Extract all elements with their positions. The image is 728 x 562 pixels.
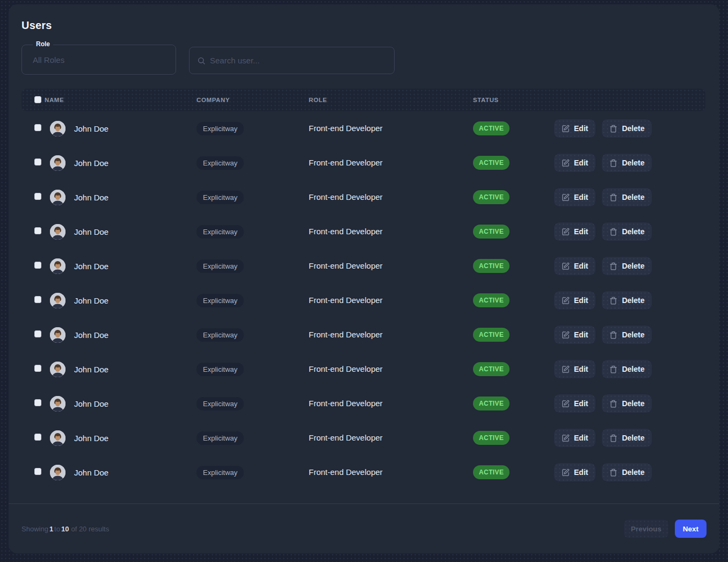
column-header-company: COMPANY	[196, 97, 309, 103]
user-role: Front-end Developer	[309, 467, 383, 477]
delete-button[interactable]: Delete	[602, 188, 652, 206]
status-badge: ACTIVE	[473, 121, 509, 135]
user-name: John Doe	[74, 434, 108, 443]
company-badge: Explicitway	[196, 260, 244, 273]
table-row: John Doe Explicitway Front-end Developer…	[21, 283, 705, 318]
edit-pencil-square-icon	[562, 262, 570, 270]
delete-button[interactable]: Delete	[602, 257, 652, 275]
delete-button[interactable]: Delete	[602, 463, 652, 481]
column-header-status: STATUS	[473, 97, 554, 103]
user-role: Front-end Developer	[309, 330, 383, 339]
row-checkbox[interactable]	[34, 227, 41, 234]
results-to: 10	[61, 525, 69, 533]
edit-button[interactable]: Edit	[554, 119, 595, 138]
row-checkbox[interactable]	[34, 296, 41, 303]
edit-pencil-square-icon	[562, 400, 570, 408]
results-from: 1	[49, 525, 53, 533]
user-name: John Doe	[74, 399, 108, 408]
search-input[interactable]	[210, 56, 387, 65]
edit-button[interactable]: Edit	[554, 463, 595, 481]
edit-button-label: Edit	[574, 193, 588, 201]
delete-button[interactable]: Delete	[602, 394, 652, 413]
role-filter-select[interactable]: Role All Roles	[21, 45, 176, 75]
user-avatar	[50, 430, 65, 446]
select-all-checkbox[interactable]	[34, 96, 41, 103]
delete-button-label: Delete	[622, 262, 644, 270]
edit-button-label: Edit	[574, 365, 588, 373]
user-avatar	[50, 224, 65, 240]
delete-button[interactable]: Delete	[602, 360, 652, 378]
table-row: John Doe Explicitway Front-end Developer…	[21, 386, 705, 421]
table-row: John Doe Explicitway Front-end Developer…	[21, 455, 705, 489]
delete-button-label: Delete	[622, 296, 644, 305]
edit-pencil-square-icon	[562, 434, 570, 442]
row-checkbox[interactable]	[34, 399, 41, 406]
edit-pencil-square-icon	[562, 159, 570, 167]
user-name: John Doe	[74, 468, 108, 477]
edit-button-label: Edit	[574, 330, 588, 339]
edit-button[interactable]: Edit	[554, 222, 595, 241]
edit-button-label: Edit	[574, 434, 588, 442]
trash-icon	[609, 434, 617, 442]
table-row: John Doe Explicitway Front-end Developer…	[21, 318, 705, 352]
search-field[interactable]	[189, 47, 395, 74]
edit-button[interactable]: Edit	[554, 326, 595, 344]
filters-bar: Role All Roles	[21, 45, 705, 75]
delete-button[interactable]: Delete	[602, 429, 652, 447]
user-avatar	[50, 190, 65, 205]
page-title: Users	[21, 19, 705, 32]
edit-button[interactable]: Edit	[554, 188, 595, 206]
delete-button-label: Delete	[622, 468, 644, 477]
row-checkbox[interactable]	[34, 262, 41, 269]
table-header: NAME COMPANY ROLE STATUS	[21, 89, 705, 111]
row-checkbox[interactable]	[34, 434, 41, 441]
next-button[interactable]: Next	[675, 520, 707, 538]
role-filter-value: All Roles	[33, 55, 64, 64]
table-row: John Doe Explicitway Front-end Developer…	[21, 214, 705, 249]
edit-button[interactable]: Edit	[554, 429, 595, 447]
delete-button[interactable]: Delete	[602, 154, 652, 172]
company-badge: Explicitway	[196, 397, 244, 410]
table-row: John Doe Explicitway Front-end Developer…	[21, 111, 705, 146]
delete-button[interactable]: Delete	[602, 291, 652, 309]
trash-icon	[609, 297, 617, 305]
column-header-name: NAME	[45, 97, 196, 103]
edit-button[interactable]: Edit	[554, 360, 595, 378]
table-row: John Doe Explicitway Front-end Developer…	[21, 146, 705, 180]
edit-button[interactable]: Edit	[554, 291, 595, 309]
row-checkbox[interactable]	[34, 158, 41, 165]
delete-button[interactable]: Delete	[602, 326, 652, 344]
delete-button-label: Delete	[622, 365, 644, 373]
trash-icon	[609, 228, 617, 236]
edit-button-label: Edit	[574, 124, 588, 133]
edit-button[interactable]: Edit	[554, 154, 595, 172]
status-badge: ACTIVE	[473, 397, 509, 410]
row-checkbox[interactable]	[34, 365, 41, 372]
company-badge: Explicitway	[196, 294, 244, 307]
previous-button[interactable]: Previous	[624, 520, 668, 538]
table-row: John Doe Explicitway Front-end Developer…	[21, 352, 705, 386]
company-badge: Explicitway	[196, 122, 244, 135]
user-avatar	[50, 258, 65, 274]
status-badge: ACTIVE	[473, 328, 509, 342]
user-name: John Doe	[74, 365, 108, 374]
row-checkbox[interactable]	[34, 468, 41, 475]
edit-button-label: Edit	[574, 468, 588, 477]
delete-button-label: Delete	[622, 330, 644, 339]
company-badge: Explicitway	[196, 225, 244, 239]
edit-pencil-square-icon	[562, 297, 570, 305]
delete-button[interactable]: Delete	[602, 119, 652, 138]
trash-icon	[609, 193, 617, 201]
results-summary: Showing1to10of 20 results	[21, 525, 109, 533]
edit-button[interactable]: Edit	[554, 394, 595, 413]
delete-button[interactable]: Delete	[602, 222, 652, 241]
table-row: John Doe Explicitway Front-end Developer…	[21, 421, 705, 455]
row-checkbox[interactable]	[34, 330, 41, 337]
row-checkbox[interactable]	[34, 193, 41, 200]
row-checkbox[interactable]	[34, 124, 41, 131]
status-badge: ACTIVE	[473, 259, 509, 273]
company-badge: Explicitway	[196, 431, 244, 445]
delete-button-label: Delete	[622, 158, 644, 167]
edit-button[interactable]: Edit	[554, 257, 595, 275]
user-role: Front-end Developer	[309, 158, 383, 167]
